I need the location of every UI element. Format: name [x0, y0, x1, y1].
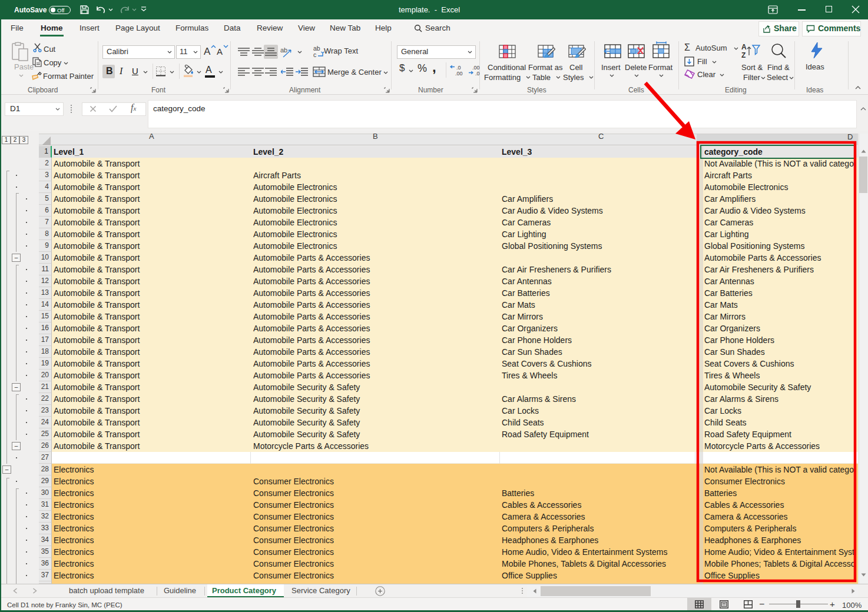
svg-text:Z: Z: [741, 51, 746, 59]
svg-text:A: A: [741, 43, 747, 51]
svg-text:ab: ab: [280, 46, 287, 54]
svg-text:.00: .00: [472, 65, 480, 71]
svg-text:.00: .00: [455, 71, 463, 76]
svg-text:.0: .0: [456, 65, 461, 71]
svg-text:c: c: [313, 51, 316, 58]
svg-text:.0: .0: [475, 71, 480, 76]
